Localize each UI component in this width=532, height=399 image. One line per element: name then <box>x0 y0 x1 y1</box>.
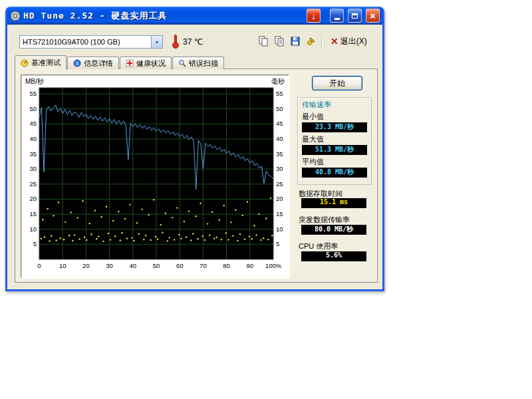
toolbar-separator <box>321 34 323 49</box>
minimize-icon <box>334 18 340 20</box>
cpu-usage-label: CPU 使用率 <box>299 241 338 251</box>
svg-text:50: 50 <box>276 105 283 112</box>
svg-text:i: i <box>76 61 78 66</box>
start-button[interactable]: 开始 <box>312 76 362 90</box>
burst-rate-value: 80.0 MB/秒 <box>301 225 366 235</box>
scan-magnifier-icon <box>178 59 186 67</box>
svg-text:100%: 100% <box>265 262 282 269</box>
svg-text:20: 20 <box>82 262 90 269</box>
tab-bar: 基准测试 i 信息详情 健康状况 <box>15 55 225 69</box>
transfer-rate-group: 传输速率 最小值 23.3 MB/秒 最大值 51.3 MB/秒 平均值 40.… <box>297 97 372 185</box>
svg-text:40: 40 <box>276 135 283 142</box>
svg-text:45: 45 <box>29 120 37 127</box>
health-icon <box>126 59 134 67</box>
tab-benchmark[interactable]: 基准测试 <box>15 55 66 70</box>
drive-select[interactable]: HTS721010G9AT00 (100 GB) ▼ <box>19 35 163 49</box>
svg-text:10: 10 <box>59 262 66 269</box>
copy-text-button[interactable] <box>272 34 287 49</box>
avg-value: 40.8 MB/秒 <box>302 168 367 178</box>
svg-text:45: 45 <box>276 120 283 127</box>
client-area: HTS721010G9AT00 (100 GB) ▼ 37 ℃ <box>7 25 382 289</box>
results-panel: 开始 传输速率 最小值 23.3 MB/秒 最大值 51.3 MB/秒 平均值 … <box>295 69 377 282</box>
exit-button[interactable]: ✕ 退出(X) <box>326 34 372 49</box>
access-time-label: 数据存取时间 <box>299 189 342 199</box>
chart-box: MB/秒 毫秒 55101015152020252530303535404045… <box>21 74 289 278</box>
maximize-button[interactable] <box>348 9 362 23</box>
info-icon: i <box>73 59 81 67</box>
svg-text:40: 40 <box>130 262 137 269</box>
close-button[interactable]: × <box>366 9 380 23</box>
svg-text:25: 25 <box>29 180 37 188</box>
drive-select-value: HTS721010G9AT00 (100 GB) <box>20 38 151 46</box>
cpu-usage-value: 5.6% <box>301 251 366 261</box>
tab-error-scan[interactable]: 错误扫描 <box>172 57 224 69</box>
svg-text:40: 40 <box>29 135 37 142</box>
copy-text-icon <box>274 36 285 47</box>
maximize-icon <box>352 13 358 19</box>
download-button[interactable]: ↓ <box>307 9 321 23</box>
svg-text:60: 60 <box>176 262 184 269</box>
save-button[interactable] <box>288 34 303 49</box>
svg-text:10: 10 <box>29 225 37 233</box>
temperature-value: 37 ℃ <box>183 37 203 47</box>
svg-text:30: 30 <box>106 262 113 269</box>
window-title: HD Tune 2.52 - 硬盘实用工具 <box>23 10 303 22</box>
svg-text:10: 10 <box>276 225 283 233</box>
hdtune-window: HD Tune 2.52 - 硬盘实用工具 ↓ × HTS721010G9AT0… <box>5 7 384 291</box>
options-button[interactable] <box>304 34 319 49</box>
chevron-down-icon[interactable]: ▼ <box>151 36 162 48</box>
svg-text:55: 55 <box>276 90 283 97</box>
copy-image-button[interactable] <box>256 34 271 49</box>
options-icon <box>306 36 317 47</box>
svg-text:5: 5 <box>33 240 37 247</box>
benchmark-panel: MB/秒 毫秒 55101015152020252530303535404045… <box>15 68 378 283</box>
exit-label: 退出(X) <box>340 36 367 47</box>
svg-text:50: 50 <box>29 105 37 112</box>
svg-text:30: 30 <box>276 165 283 172</box>
svg-text:90: 90 <box>247 262 254 269</box>
svg-text:50: 50 <box>153 262 160 269</box>
svg-text:30: 30 <box>29 165 37 172</box>
copy-image-icon <box>258 36 269 47</box>
svg-text:20: 20 <box>276 195 283 202</box>
max-value: 51.3 MB/秒 <box>302 145 367 155</box>
svg-text:35: 35 <box>29 150 37 158</box>
svg-text:80: 80 <box>223 262 230 269</box>
svg-text:70: 70 <box>200 262 207 269</box>
avg-label: 平均值 <box>302 157 367 167</box>
tab-info[interactable]: i 信息详情 <box>67 57 119 69</box>
svg-text:55: 55 <box>29 90 37 97</box>
thermometer-icon <box>172 35 180 49</box>
svg-text:25: 25 <box>276 180 283 188</box>
svg-text:15: 15 <box>276 210 283 217</box>
app-icon <box>10 11 21 21</box>
access-time-value: 15.1 ms <box>301 198 366 208</box>
benchmark-icon <box>21 59 29 67</box>
svg-text:15: 15 <box>29 210 37 217</box>
save-icon <box>290 36 301 47</box>
titlebar[interactable]: HD Tune 2.52 - 硬盘实用工具 ↓ × <box>7 7 382 25</box>
svg-text:20: 20 <box>29 195 37 202</box>
min-value: 23.3 MB/秒 <box>302 122 367 132</box>
tab-health[interactable]: 健康状况 <box>120 57 172 69</box>
min-label: 最小值 <box>302 112 367 122</box>
svg-text:35: 35 <box>276 150 283 158</box>
max-label: 最大值 <box>302 134 367 144</box>
burst-rate-label: 突发数据传输率 <box>299 215 350 225</box>
exit-x-icon: ✕ <box>331 37 338 46</box>
svg-text:5: 5 <box>276 240 279 247</box>
minimize-button[interactable] <box>330 9 344 23</box>
transfer-rate-title: 传输速率 <box>302 100 367 110</box>
benchmark-chart: 5510101515202025253030353540404545505055… <box>21 85 290 278</box>
svg-text:0: 0 <box>37 262 41 269</box>
